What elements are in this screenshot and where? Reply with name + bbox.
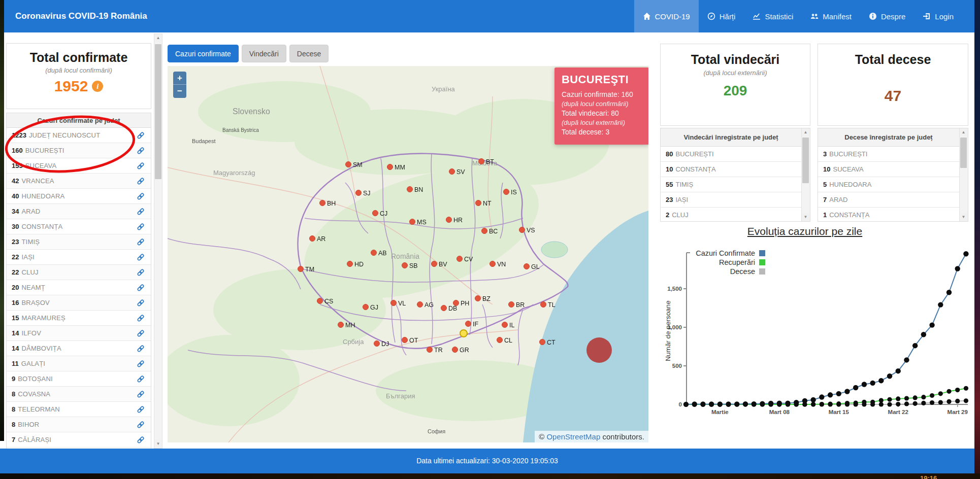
county-marker-MH[interactable] bbox=[338, 322, 344, 328]
county-link-icon[interactable] bbox=[137, 375, 145, 383]
nav-item-harti[interactable]: Hărți bbox=[699, 0, 744, 32]
county-link-icon[interactable] bbox=[137, 436, 145, 444]
zoom-in-button[interactable]: + bbox=[173, 72, 186, 85]
county-link-icon[interactable] bbox=[137, 147, 145, 155]
navbar-brand[interactable]: Coronavirus COVID-19 România bbox=[15, 0, 147, 32]
county-marker-MM[interactable] bbox=[387, 164, 393, 170]
map-tab-cazuri-confirmate[interactable]: Cazuri confirmate bbox=[168, 45, 239, 62]
county-marker-TL[interactable] bbox=[541, 302, 546, 307]
county-link-icon[interactable] bbox=[137, 131, 145, 140]
nav-item-login[interactable]: Login bbox=[914, 0, 962, 32]
county-marker-OT[interactable] bbox=[402, 337, 408, 343]
scroll-up-arrow[interactable]: ▲ bbox=[960, 128, 967, 136]
county-marker-HD[interactable] bbox=[347, 261, 353, 267]
nav-item-manifest[interactable]: Manifest bbox=[802, 0, 860, 32]
county-marker-SJ[interactable] bbox=[356, 190, 362, 196]
county-marker-HR[interactable] bbox=[446, 217, 452, 223]
county-row: 153SUCEAVA bbox=[7, 158, 151, 174]
county-marker-AB[interactable] bbox=[371, 250, 377, 256]
county-link-icon[interactable] bbox=[137, 238, 145, 246]
county-marker-DJ[interactable] bbox=[374, 341, 380, 347]
legend-item: Cazuri Confirmate bbox=[694, 249, 765, 258]
county-marker-BT[interactable] bbox=[479, 159, 484, 164]
scroll-thumb[interactable] bbox=[155, 44, 161, 179]
county-marker-IL[interactable] bbox=[502, 322, 508, 328]
county-marker-BN[interactable] bbox=[407, 187, 413, 192]
county-link-icon[interactable] bbox=[137, 345, 145, 353]
county-marker-NT[interactable] bbox=[476, 200, 481, 206]
county-marker-SM[interactable] bbox=[346, 162, 351, 167]
nav-item-despre[interactable]: Despre bbox=[860, 0, 914, 32]
county-row: 30CONSTANȚA bbox=[7, 219, 151, 234]
county-link-icon[interactable] bbox=[137, 329, 145, 337]
county-marker-MS[interactable] bbox=[410, 219, 415, 225]
county-link-icon[interactable] bbox=[137, 208, 145, 216]
county-marker-VN[interactable] bbox=[490, 261, 496, 267]
openstreetmap-link[interactable]: OpenStreetMap bbox=[546, 432, 600, 441]
county-link-icon[interactable] bbox=[137, 223, 145, 231]
county-marker-VS[interactable] bbox=[519, 227, 525, 233]
svg-text:TM: TM bbox=[305, 266, 314, 273]
county-marker-CL[interactable] bbox=[497, 337, 503, 343]
county-marker-CS[interactable] bbox=[317, 298, 323, 304]
county-marker-CV[interactable] bbox=[457, 256, 463, 262]
county-marker-VL[interactable] bbox=[391, 300, 397, 306]
county-marker-BH[interactable] bbox=[320, 200, 325, 206]
county-marker-GJ[interactable] bbox=[363, 304, 369, 310]
bucharest-yellow-marker[interactable] bbox=[460, 330, 467, 337]
county-link-icon[interactable] bbox=[137, 268, 145, 277]
county-link-icon[interactable] bbox=[137, 390, 145, 398]
county-marker-BC[interactable] bbox=[482, 228, 487, 234]
county-link-icon[interactable] bbox=[137, 253, 145, 261]
info-icon[interactable]: i bbox=[92, 81, 103, 92]
county-marker-AR[interactable] bbox=[310, 236, 315, 242]
zoom-out-button[interactable]: − bbox=[173, 85, 186, 98]
map-tab-decese[interactable]: Decese bbox=[289, 45, 329, 62]
county-marker-TR[interactable] bbox=[427, 347, 433, 353]
county-marker-IS[interactable] bbox=[504, 189, 509, 195]
recovered-scrollbar[interactable]: ▲ ▼ bbox=[801, 128, 810, 221]
county-marker-PH[interactable] bbox=[453, 300, 459, 306]
county-marker-SV[interactable] bbox=[449, 169, 455, 175]
county-link-icon[interactable] bbox=[137, 314, 145, 322]
county-marker-TM[interactable] bbox=[298, 266, 304, 272]
svg-text:0: 0 bbox=[679, 401, 682, 407]
county-link-icon[interactable] bbox=[137, 177, 145, 185]
county-link-icon[interactable] bbox=[137, 299, 145, 307]
svg-text:GL: GL bbox=[531, 263, 540, 270]
scroll-down-arrow[interactable]: ▼ bbox=[802, 213, 809, 221]
county-row: 11GALAȚI bbox=[7, 356, 151, 371]
confirmed-card: Total confirmate (după locul confirmării… bbox=[6, 43, 151, 109]
county-marker-BV[interactable] bbox=[432, 261, 437, 267]
county-link-icon[interactable] bbox=[137, 162, 145, 170]
deaths-scrollbar[interactable]: ▲ ▼ bbox=[959, 128, 968, 221]
county-marker-AG[interactable] bbox=[417, 302, 423, 307]
nav-item-covid19[interactable]: COVID-19 bbox=[634, 0, 699, 32]
county-marker-GL[interactable] bbox=[524, 264, 530, 269]
county-marker-IF[interactable] bbox=[466, 321, 471, 327]
county-link-icon[interactable] bbox=[137, 405, 145, 414]
taskbar-clock: 19:16 bbox=[920, 474, 937, 479]
county-marker-DB[interactable] bbox=[441, 305, 447, 311]
county-marker-CJ[interactable] bbox=[373, 211, 378, 216]
nav-item-statistici[interactable]: Statistici bbox=[744, 0, 802, 32]
county-marker-BR[interactable] bbox=[509, 302, 514, 307]
scroll-up-arrow[interactable]: ▲ bbox=[154, 34, 162, 42]
county-marker-GR[interactable] bbox=[452, 347, 458, 353]
county-link-icon[interactable] bbox=[137, 284, 145, 292]
county-marker-CT[interactable] bbox=[540, 339, 545, 345]
county-link-icon[interactable] bbox=[137, 360, 145, 368]
scroll-thumb[interactable] bbox=[802, 138, 809, 183]
county-link-icon[interactable] bbox=[137, 192, 145, 200]
svg-text:AG: AG bbox=[424, 301, 434, 309]
county-link-icon[interactable] bbox=[137, 421, 145, 429]
scroll-thumb[interactable] bbox=[960, 138, 967, 168]
scroll-up-arrow[interactable]: ▲ bbox=[802, 128, 809, 136]
scroll-down-arrow[interactable]: ▼ bbox=[154, 440, 162, 448]
map[interactable]: SlovenskoBanská BystricaBudapestMagyaror… bbox=[168, 66, 648, 442]
county-marker-SB[interactable] bbox=[402, 263, 408, 268]
map-tab-vindec-ri[interactable]: Vindecări bbox=[242, 45, 286, 62]
county-marker-BZ[interactable] bbox=[475, 296, 481, 301]
page-scrollbar[interactable]: ▲ ▼ bbox=[154, 33, 162, 449]
scroll-down-arrow[interactable]: ▼ bbox=[960, 213, 967, 221]
